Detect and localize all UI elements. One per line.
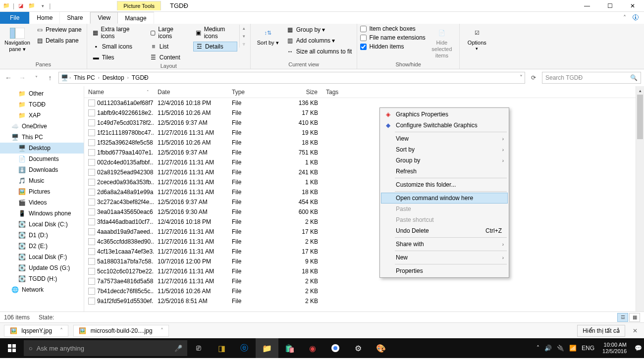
col-name[interactable]: Name˄ [84, 87, 154, 97]
file-row[interactable]: 2ceced0a936a353fb...11/27/2016 11:31 AMF… [84, 177, 644, 187]
download-item[interactable]: 🖼️IqspenY.jpg˄ [4, 325, 68, 337]
file-row[interactable]: 3ea01aa435650eac6...12/5/2016 9:30 AMFil… [84, 207, 644, 217]
file-row[interactable]: 002dc4ed0135afbbf...11/27/2016 11:31 AMF… [84, 157, 644, 167]
menu-share-with[interactable]: Share with› [381, 239, 508, 250]
power-icon[interactable]: 🔌 [557, 345, 564, 352]
tree-item[interactable]: 🎵Music [0, 175, 84, 186]
tree-item[interactable]: 🖼️Pictures [0, 186, 84, 197]
tree-item[interactable]: 📁Other [0, 88, 84, 99]
menu-paste-shortcut[interactable]: Paste shortcut [381, 214, 508, 225]
file-row[interactable]: 1f21c11189780bc47...11/27/2016 11:31 AMF… [84, 128, 644, 138]
tree-item[interactable]: 🖥️This PC [0, 132, 84, 143]
scroll-up-icon[interactable]: ▴ [636, 86, 644, 95]
taskbar-search[interactable]: ○Ask me anything🎤 [24, 340, 187, 356]
file-row[interactable]: 1f325a396248fe5c58...11/5/2016 10:26 AMF… [84, 138, 644, 148]
col-tags[interactable]: Tags [322, 87, 362, 97]
tree-item[interactable]: 🎬Videos [0, 197, 84, 208]
sort-by-button[interactable]: ↕⇅ Sort by ▾ [254, 25, 282, 46]
hidden-items-checkbox[interactable]: Hidden items [360, 43, 425, 51]
menu-configure-graphics[interactable]: ◆Configure Switchable Graphics [381, 120, 508, 131]
layout-scroll-down-icon[interactable]: ▾ [241, 33, 247, 40]
add-columns-button[interactable]: ▥Add columns ▾ [284, 36, 354, 46]
crumb-tgdd[interactable]: TGDĐ [130, 73, 151, 82]
qat-new-folder-icon[interactable]: 📁 [27, 1, 36, 10]
details-pane-button[interactable]: ▤Details pane [34, 36, 84, 46]
tree-item[interactable]: 💽Local Disk (F:) [0, 252, 84, 262]
recent-dropdown-icon[interactable]: ˅ [31, 72, 42, 83]
tree-item[interactable]: 📁TGDĐ [0, 99, 84, 110]
taskbar-app-edge[interactable]: ⓔ [233, 338, 256, 358]
layout-small[interactable]: ▪Small icons [90, 42, 141, 52]
tree-item[interactable]: 📄Documents [0, 154, 84, 164]
language-indicator[interactable]: ENG [582, 345, 594, 352]
taskbar-app-lol[interactable]: ◨ [210, 338, 233, 358]
file-row[interactable]: 1c49d7e5cd03178f2...12/5/2016 9:37 AMFil… [84, 118, 644, 128]
scroll-thumb[interactable] [637, 95, 643, 139]
tree-item[interactable]: 💽TGDD (H:) [0, 273, 84, 284]
navigation-tree[interactable]: 📁Other📁TGDĐ📁XAP☁️OneDrive🖥️This PC🖥️Desk… [0, 86, 84, 311]
tree-item[interactable]: 💽Update OS (G:) [0, 262, 84, 273]
file-row[interactable]: 0d11203a61a0ef68f7...12/4/2016 10:18 PMF… [84, 98, 644, 108]
close-button[interactable]: ✕ [621, 0, 644, 12]
layout-large[interactable]: ▢Large icons [148, 25, 186, 41]
mic-icon[interactable]: 🎤 [174, 345, 182, 352]
tree-item[interactable]: ☁️OneDrive [0, 121, 84, 132]
refresh-button[interactable]: ⟳ [528, 72, 539, 83]
file-row[interactable]: 3c272ac43bef82f4e...12/5/2016 9:37 AMFil… [84, 197, 644, 207]
navigation-pane-button[interactable]: Navigation pane ▾ [3, 25, 32, 52]
back-button[interactable]: ← [3, 72, 14, 83]
file-row[interactable]: 5a188031a7bfa7c58...10/7/2016 12:00 PMFi… [84, 257, 644, 266]
file-row[interactable]: 3fda446adbad10cf7...12/4/2016 10:18 PMFi… [84, 217, 644, 227]
thumbnails-view-button[interactable]: ▦ [629, 313, 640, 322]
volume-icon[interactable]: 🔊 [544, 345, 552, 352]
menu-customize-folder[interactable]: Customize this folder... [381, 179, 508, 190]
show-all-downloads-button[interactable]: Hiển thị tất cả [577, 325, 625, 337]
vertical-scrollbar[interactable]: ▴ [636, 86, 644, 311]
menu-view[interactable]: View› [381, 133, 508, 144]
qat-properties-icon[interactable]: ◪ [16, 1, 25, 10]
taskbar-app-chrome[interactable] [324, 338, 347, 358]
layout-extra-large[interactable]: ▦Extra large icons [90, 25, 141, 41]
taskbar-app-unknown[interactable]: ◉ [301, 338, 324, 358]
group-by-button[interactable]: ▦Group by ▾ [284, 25, 354, 35]
tree-item[interactable]: 📁XAP [0, 110, 84, 121]
maximize-button[interactable]: ☐ [598, 0, 621, 12]
file-row[interactable]: 02a81925ead942308...11/27/2016 11:31 AMF… [84, 167, 644, 177]
col-type[interactable]: Type [228, 87, 282, 97]
tab-home[interactable]: Home [30, 12, 60, 24]
taskbar-app-store[interactable]: 🛍️ [278, 338, 301, 358]
file-rows[interactable]: 0d11203a61a0ef68f7...12/4/2016 10:18 PMF… [84, 98, 644, 311]
menu-new[interactable]: New› [381, 252, 508, 263]
layout-details[interactable]: ☲Details [193, 42, 237, 52]
file-row[interactable]: 4aaabd19a9d7aeed...11/27/2016 11:31 AMFi… [84, 227, 644, 237]
chevron-right-icon[interactable]: › [98, 75, 100, 80]
menu-refresh[interactable]: Refresh [381, 166, 508, 177]
layout-list[interactable]: ≡List [148, 42, 186, 52]
contextual-tab-picture-tools[interactable]: Picture Tools [117, 1, 161, 10]
file-row[interactable]: 1fbbd6779aa1407e1...12/5/2016 9:37 AMFil… [84, 148, 644, 157]
tree-item[interactable]: 🌐Network [0, 284, 84, 295]
tray-expand-icon[interactable]: ˄ [537, 345, 539, 352]
size-columns-button[interactable]: ↔Size all columns to fit [284, 47, 354, 56]
chevron-up-icon[interactable]: ˄ [60, 327, 63, 334]
col-date[interactable]: Date [154, 87, 228, 97]
file-row[interactable]: 2d6a8a2a48a91e99a...11/27/2016 11:31 AMF… [84, 187, 644, 197]
tree-item[interactable]: ⬇️Downloads [0, 164, 84, 175]
tab-view[interactable]: View [90, 12, 118, 24]
tree-item[interactable]: 💽D2 (E:) [0, 241, 84, 252]
taskbar-app-settings[interactable]: ⚙ [347, 338, 370, 358]
address-dropdown-icon[interactable]: ˅ [520, 74, 523, 81]
layout-medium[interactable]: ▣Medium icons [193, 25, 237, 41]
clock[interactable]: 10:00 AM 12/5/2016 [599, 342, 630, 354]
tab-file[interactable]: File [0, 12, 30, 24]
taskbar-app-paint[interactable]: 🎨 [370, 338, 392, 358]
download-item[interactable]: 🖼️microsoft-build-20....jpg˄ [73, 325, 169, 337]
search-input[interactable]: Search TGDĐ 🔍 [542, 72, 641, 84]
file-row[interactable]: 7a7573ae4816d5a58...11/27/2016 11:31 AMF… [84, 276, 644, 286]
forward-button[interactable]: → [17, 72, 28, 83]
file-row[interactable]: 7b41decdc76f85c5c...11/5/2016 10:26 AMFi… [84, 286, 644, 296]
wifi-icon[interactable]: 📶 [569, 345, 577, 352]
taskbar-app-explorer[interactable]: 📁 [256, 338, 278, 358]
menu-sort-by[interactable]: Sort by› [381, 144, 508, 155]
options-button[interactable]: ☑ Options▾ [463, 25, 491, 52]
